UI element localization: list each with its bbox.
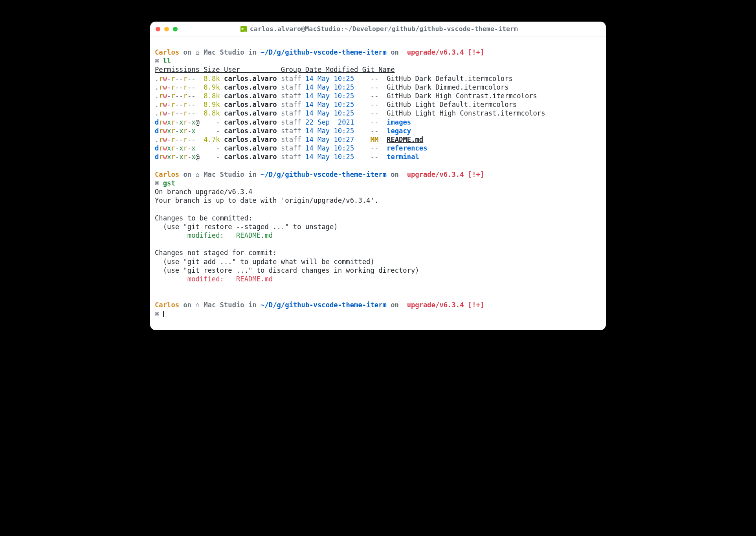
prompt-user: Carlos (155, 48, 179, 56)
terminal-body[interactable]: Carlos on ⌂ Mac Studio in ~/D/g/github-v… (150, 37, 606, 330)
file-name: images (387, 118, 411, 126)
gst-line: (use "git restore --staged ..." to unsta… (155, 222, 601, 231)
table-row: .rw-r--r-- 8.9k carlos.alvaro staff 14 M… (155, 83, 601, 92)
file-name: GitHub Dark High Contrast.itermcolors (387, 92, 537, 100)
maximize-icon[interactable] (173, 27, 178, 31)
file-name: GitHub Dark Dimmed.itermcolors (387, 83, 508, 91)
prompt-on2: on (387, 171, 403, 178)
table-row: .rw-r--r-- 8.8k carlos.alvaro staff 14 M… (155, 109, 601, 117)
cursor (163, 311, 164, 317)
gst-line: (use "git add ..." to update what will b… (155, 257, 601, 266)
prompt-on: on (179, 171, 195, 178)
host-icon: ⌂ (196, 171, 200, 178)
prompt-host: Mac Studio (200, 48, 244, 56)
prompt-on2: on (387, 48, 403, 56)
table-row: .rw-r--r-- 4.7k carlos.alvaro staff 14 M… (155, 135, 601, 144)
prompt-cwd: ~/D/g/github-vscode-theme-iterm (261, 171, 387, 178)
command: ll (163, 57, 171, 65)
window-title: carlos.alvaro@MacStudio:~/Developer/gith… (217, 25, 541, 33)
terminal-app-icon (240, 26, 247, 32)
table-row: .rw-r--r-- 8.9k carlos.alvaro staff 14 M… (155, 100, 601, 109)
gst-line: Changes not staged for commit: (155, 248, 601, 257)
file-name: GitHub Light Default.itermcolors (387, 101, 517, 108)
terminal-window: carlos.alvaro@MacStudio:~/Developer/gith… (150, 22, 606, 330)
prompt-symbol: ⌘ (155, 57, 163, 65)
prompt-symbol: ⌘ (155, 179, 163, 187)
prompt-in: in (244, 171, 261, 178)
prompt-on: on (179, 301, 195, 309)
titlebar: carlos.alvaro@MacStudio:~/Developer/gith… (150, 22, 606, 37)
prompt-branch: upgrade/v6.3.4 (403, 301, 464, 309)
file-name: GitHub Light High Constrast.itermcolors (387, 109, 545, 117)
command: gst (163, 179, 175, 187)
prompt-host: Mac Studio (200, 171, 244, 178)
prompt-dirty: [!+] (464, 48, 484, 56)
file-name: legacy (387, 127, 411, 135)
table-row: drwxr-xr-x - carlos.alvaro staff 14 May … (155, 127, 601, 135)
prompt-host: Mac Studio (200, 301, 244, 309)
file-name: references (387, 144, 427, 152)
prompt-dirty: [!+] (464, 301, 484, 309)
minimize-icon[interactable] (164, 27, 169, 31)
gst-line: (use "git restore ..." to discard change… (155, 266, 601, 275)
title-text: carlos.alvaro@MacStudio:~/Developer/gith… (250, 25, 518, 33)
prompt-dirty: [!+] (464, 171, 484, 178)
prompt-user: Carlos (155, 171, 179, 178)
host-icon: ⌂ (196, 48, 200, 56)
close-icon[interactable] (156, 27, 160, 31)
unstaged-modified: modified: README.md (155, 275, 273, 283)
file-name: terminal (387, 153, 419, 161)
gst-line: On branch upgrade/v6.3.4 (155, 187, 601, 196)
file-name: GitHub Dark Default.itermcolors (387, 75, 513, 83)
host-icon: ⌂ (196, 301, 200, 309)
prompt-cwd: ~/D/g/github-vscode-theme-iterm (261, 48, 387, 56)
gst-line: Changes to be committed: (155, 214, 601, 222)
prompt-symbol: ⌘ (155, 310, 163, 318)
table-row: .rw-r--r-- 8.8k carlos.alvaro staff 14 M… (155, 92, 601, 100)
prompt-branch: upgrade/v6.3.4 (403, 171, 464, 178)
prompt-on: on (179, 48, 195, 56)
prompt-user: Carlos (155, 301, 179, 309)
prompt-cwd: ~/D/g/github-vscode-theme-iterm (261, 301, 387, 309)
prompt-in: in (244, 301, 261, 309)
gst-line: Your branch is up to date with 'origin/u… (155, 196, 601, 205)
prompt-on2: on (387, 301, 403, 309)
table-row: drwxr-xr-x@ - carlos.alvaro staff 14 May… (155, 152, 601, 161)
table-header: Permissions Size User Group Date Modifie… (155, 65, 601, 74)
staged-modified: modified: README.md (155, 231, 273, 239)
prompt-in: in (244, 48, 261, 56)
table-row: drwxr-xr-x - carlos.alvaro staff 14 May … (155, 144, 601, 152)
table-row: drwxr-xr-x@ - carlos.alvaro staff 22 Sep… (155, 118, 601, 127)
file-name: README.md (387, 136, 423, 143)
table-row: .rw-r--r-- 8.8k carlos.alvaro staff 14 M… (155, 74, 601, 83)
prompt-branch: upgrade/v6.3.4 (403, 48, 464, 56)
